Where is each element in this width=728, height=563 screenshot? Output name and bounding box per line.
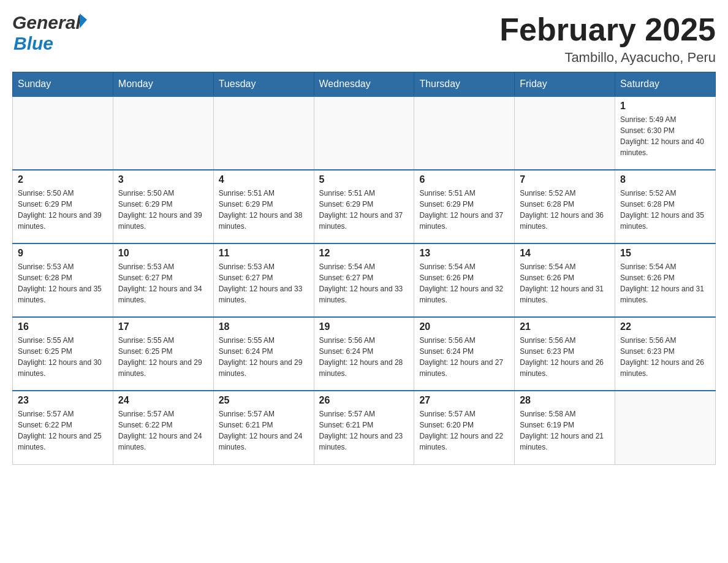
col-tuesday: Tuesday [213,72,314,97]
day-number: 19 [319,321,409,332]
table-row: 27Sunrise: 5:57 AMSunset: 6:20 PMDayligh… [414,391,515,464]
table-row: 13Sunrise: 5:54 AMSunset: 6:26 PMDayligh… [414,243,515,317]
day-info-line: Sunrise: 5:54 AM [520,261,610,272]
day-number: 24 [118,395,208,406]
day-info-line: Daylight: 12 hours and 37 minutes. [319,210,409,232]
day-info-line: Sunset: 6:29 PM [419,199,509,210]
col-friday: Friday [515,72,615,97]
day-info-line: Sunrise: 5:57 AM [18,408,108,419]
day-info-line: Sunset: 6:27 PM [118,272,208,283]
table-row: 25Sunrise: 5:57 AMSunset: 6:21 PMDayligh… [213,391,314,464]
day-number: 7 [520,174,610,185]
table-row: 16Sunrise: 5:55 AMSunset: 6:25 PMDayligh… [13,317,113,391]
day-number: 17 [118,321,208,332]
day-info-line: Daylight: 12 hours and 22 minutes. [419,431,509,453]
day-info-line: Sunrise: 5:55 AM [219,335,309,346]
day-info-line: Sunset: 6:26 PM [520,272,610,283]
day-info-line: Daylight: 12 hours and 40 minutes. [620,136,710,158]
day-info-line: Daylight: 12 hours and 24 minutes. [219,431,309,453]
day-info-line: Daylight: 12 hours and 24 minutes. [118,431,208,453]
day-info-line: Daylight: 12 hours and 26 minutes. [520,357,610,379]
table-row: 9Sunrise: 5:53 AMSunset: 6:28 PMDaylight… [13,243,113,317]
day-number: 27 [419,395,509,406]
day-info-line: Sunset: 6:29 PM [118,199,208,210]
day-info-line: Sunrise: 5:54 AM [620,261,710,272]
day-info-line: Daylight: 12 hours and 30 minutes. [18,357,108,379]
table-row: 5Sunrise: 5:51 AMSunset: 6:29 PMDaylight… [314,170,414,243]
day-number: 12 [319,248,409,259]
table-row [515,96,615,170]
table-row: 7Sunrise: 5:52 AMSunset: 6:28 PMDaylight… [515,170,615,243]
day-info-line: Daylight: 12 hours and 34 minutes. [118,283,208,305]
table-row: 3Sunrise: 5:50 AMSunset: 6:29 PMDaylight… [113,170,213,243]
day-number: 10 [118,248,208,259]
day-info-line: Sunset: 6:23 PM [520,346,610,357]
table-row: 2Sunrise: 5:50 AMSunset: 6:29 PMDaylight… [13,170,113,243]
day-number: 20 [419,321,509,332]
day-info-line: Sunset: 6:22 PM [18,419,108,431]
day-number: 3 [118,174,208,185]
day-info-line: Sunset: 6:29 PM [219,199,309,210]
day-info-line: Daylight: 12 hours and 36 minutes. [520,210,610,232]
day-info-line: Sunrise: 5:51 AM [419,188,509,199]
day-info-line: Daylight: 12 hours and 37 minutes. [419,210,509,232]
day-number: 26 [319,395,409,406]
day-info-line: Sunset: 6:25 PM [118,346,208,357]
day-number: 23 [18,395,108,406]
table-row: 10Sunrise: 5:53 AMSunset: 6:27 PMDayligh… [113,243,213,317]
day-info-line: Sunset: 6:24 PM [419,346,509,357]
day-number: 16 [18,321,108,332]
day-info-line: Daylight: 12 hours and 27 minutes. [419,357,509,379]
table-row [213,96,314,170]
day-info-line: Daylight: 12 hours and 31 minutes. [620,283,710,305]
day-number: 1 [620,101,710,112]
table-row: 12Sunrise: 5:54 AMSunset: 6:27 PMDayligh… [314,243,414,317]
table-row: 24Sunrise: 5:57 AMSunset: 6:22 PMDayligh… [113,391,213,464]
day-info-line: Sunrise: 5:53 AM [118,261,208,272]
day-info-line: Sunrise: 5:55 AM [18,335,108,346]
day-info-line: Daylight: 12 hours and 39 minutes. [18,210,108,232]
location-text: Tambillo, Ayacucho, Peru [499,50,716,66]
day-info-line: Sunset: 6:27 PM [319,272,409,283]
table-row: 22Sunrise: 5:56 AMSunset: 6:23 PMDayligh… [615,317,716,391]
day-info-line: Sunrise: 5:57 AM [118,408,208,419]
day-info-line: Daylight: 12 hours and 32 minutes. [419,283,509,305]
table-row: 14Sunrise: 5:54 AMSunset: 6:26 PMDayligh… [515,243,615,317]
logo-blue-text: Blue [13,33,87,54]
table-row: 17Sunrise: 5:55 AMSunset: 6:25 PMDayligh… [113,317,213,391]
day-number: 8 [620,174,710,185]
day-info-line: Sunrise: 5:56 AM [520,335,610,346]
day-info-line: Sunrise: 5:50 AM [18,188,108,199]
table-row: 8Sunrise: 5:52 AMSunset: 6:28 PMDaylight… [615,170,716,243]
day-info-line: Daylight: 12 hours and 29 minutes. [219,357,309,379]
calendar-week-row: 2Sunrise: 5:50 AMSunset: 6:29 PMDaylight… [13,170,716,243]
day-info-line: Sunset: 6:20 PM [419,419,509,431]
day-number: 18 [219,321,309,332]
col-sunday: Sunday [13,72,113,97]
calendar-week-row: 16Sunrise: 5:55 AMSunset: 6:25 PMDayligh… [13,317,716,391]
day-info-line: Sunrise: 5:51 AM [219,188,309,199]
day-info-line: Sunrise: 5:51 AM [319,188,409,199]
day-info-line: Sunset: 6:24 PM [219,346,309,357]
day-number: 9 [18,248,108,259]
day-info-line: Sunrise: 5:53 AM [18,261,108,272]
day-info-line: Sunrise: 5:58 AM [520,408,610,419]
logo-triangle-icon [80,12,87,28]
day-info-line: Sunrise: 5:57 AM [219,408,309,419]
day-number: 6 [419,174,509,185]
col-thursday: Thursday [414,72,515,97]
page-header: General Blue February 2025 Tambillo, Aya… [12,12,716,66]
day-info-line: Daylight: 12 hours and 35 minutes. [620,210,710,232]
col-wednesday: Wednesday [314,72,414,97]
col-monday: Monday [113,72,213,97]
day-info-line: Daylight: 12 hours and 23 minutes. [319,431,409,453]
day-info-line: Daylight: 12 hours and 31 minutes. [520,283,610,305]
day-info-line: Daylight: 12 hours and 33 minutes. [319,283,409,305]
table-row: 18Sunrise: 5:55 AMSunset: 6:24 PMDayligh… [213,317,314,391]
day-info-line: Sunrise: 5:52 AM [620,188,710,199]
table-row: 19Sunrise: 5:56 AMSunset: 6:24 PMDayligh… [314,317,414,391]
day-number: 13 [419,248,509,259]
day-info-line: Daylight: 12 hours and 21 minutes. [520,431,610,453]
day-info-line: Sunrise: 5:54 AM [319,261,409,272]
day-info-line: Sunrise: 5:56 AM [419,335,509,346]
